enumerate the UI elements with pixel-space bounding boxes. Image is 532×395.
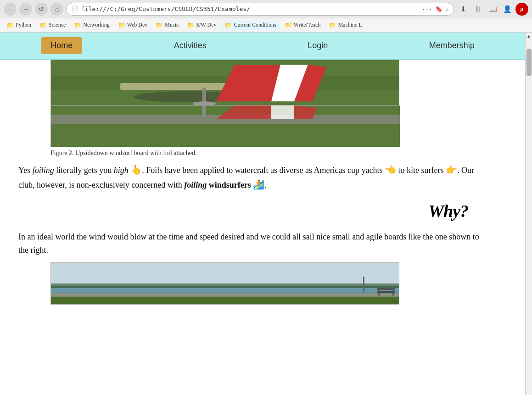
navigation-bar: Home Activities Login Membership <box>0 33 525 60</box>
text-foiling2-bold-italic: foiling <box>184 180 207 189</box>
text-yes: Yes <box>18 166 33 175</box>
profile-button[interactable]: 👤 <box>501 3 514 16</box>
svg-rect-25 <box>363 277 364 293</box>
scrollbar-thumb[interactable] <box>526 49 532 76</box>
text-period: . <box>264 180 267 189</box>
bookmark-label: Music <box>165 22 179 28</box>
main-content: Home Activities Login Membership <box>0 33 532 395</box>
bookmark-current-conditions[interactable]: 📁 Current Conditions <box>221 21 280 30</box>
reading-view-button[interactable]: 📖 <box>486 3 499 16</box>
page-area: Home Activities Login Membership <box>0 33 532 395</box>
reload-button[interactable]: ↺ <box>35 3 48 16</box>
svg-rect-21 <box>377 288 395 290</box>
bookmark-label: Write/Teach <box>294 22 321 28</box>
folder-icon: 📁 <box>329 22 336 29</box>
windsurf-svg-top <box>51 60 399 106</box>
folder-icon: 📁 <box>187 22 194 29</box>
text-high-italic: high <box>114 166 129 175</box>
scrollbar[interactable]: ▲ <box>525 33 532 395</box>
svg-rect-20 <box>51 294 399 295</box>
back-button[interactable]: ← <box>4 3 17 16</box>
text-windsurfers-bold: windsurfers <box>209 180 251 189</box>
scroll-up-arrow[interactable]: ▲ <box>526 33 532 39</box>
windsurf-svg-bottom <box>51 106 400 147</box>
nav-activities[interactable]: Activities <box>165 37 216 54</box>
folder-icon: 📁 <box>285 22 292 29</box>
bookmark-label: Python <box>16 22 31 28</box>
text-to-kite: to kite surfers <box>396 166 446 175</box>
bookmarks-bar: 📁 Python 📁 Science 📁 Networking 📁 Web De… <box>0 18 532 32</box>
bookmark-label: Science <box>49 22 66 28</box>
bookmark-icon[interactable]: 🔖 <box>435 6 442 12</box>
emoji-windsurfer: 🏄 <box>253 179 264 189</box>
bookmark-swdev[interactable]: 📁 S/W Dev <box>183 21 220 30</box>
bookmark-science[interactable]: 📁 Science <box>36 21 69 30</box>
text-foiling-italic: foiling <box>33 166 54 175</box>
svg-rect-15 <box>51 263 399 286</box>
home-button[interactable]: ⌂ <box>50 3 63 16</box>
bottom-image-container <box>50 262 496 305</box>
svg-rect-24 <box>392 290 394 295</box>
why-heading: Why? <box>9 201 468 221</box>
paragraph-foiling: Yes foiling literally gets you high 👆. F… <box>18 162 487 192</box>
bookmark-python[interactable]: 📁 Python <box>3 21 35 30</box>
nav-membership[interactable]: Membership <box>420 37 484 54</box>
nav-home[interactable]: Home <box>41 37 82 54</box>
windsurf-image-bottom <box>50 106 399 147</box>
page-icon: 📄 <box>71 6 78 12</box>
figure-caption: Figure 2. Upsidedown windsurf board with… <box>50 150 496 157</box>
folder-icon: 📁 <box>224 22 232 29</box>
figure2-container <box>50 60 399 147</box>
browser-chrome: ← → ↺ ⌂ 📄 file:///C:/Greg/Customers/CSUE… <box>0 0 532 33</box>
folder-icon: 📁 <box>39 22 47 29</box>
svg-rect-14 <box>202 106 206 117</box>
bookmark-networking[interactable]: 📁 Networking <box>70 21 113 30</box>
nav-activities-label: Activities <box>174 41 207 50</box>
nav-login-label: Login <box>308 41 328 50</box>
svg-rect-19 <box>51 284 399 288</box>
download-button[interactable]: ⬇ <box>457 3 470 16</box>
ublock-button[interactable]: µ <box>515 3 528 16</box>
folder-icon: 📁 <box>74 22 81 29</box>
folder-icon: 📁 <box>156 22 163 29</box>
nav-login[interactable]: Login <box>298 37 337 54</box>
url-dots: ··· <box>422 6 432 12</box>
windsurf-image-top <box>50 60 399 106</box>
svg-rect-7 <box>202 88 206 104</box>
text-literally: literally gets you <box>54 166 114 175</box>
svg-rect-23 <box>378 290 380 295</box>
library-button[interactable]: ||| <box>471 3 484 16</box>
emoji-point-up: 👆 <box>130 165 142 175</box>
svg-marker-12 <box>271 106 294 119</box>
forward-button[interactable]: → <box>19 3 32 16</box>
bookmark-music[interactable]: 📁 Music <box>152 21 182 30</box>
paragraph-ideal-world: In an ideal world the wind would blow at… <box>18 230 487 257</box>
bottom-windsurf-image <box>50 262 399 305</box>
emoji-yacht: 👈 <box>385 165 396 175</box>
bookmark-label: Machine L <box>338 22 362 28</box>
bookmark-label: Current Conditions <box>234 22 276 28</box>
bottom-img-svg <box>51 263 399 305</box>
nav-membership-label: Membership <box>429 41 475 50</box>
nav-home-label: Home <box>50 41 73 50</box>
emoji-kite: 👉 <box>446 165 457 175</box>
bookmark-label: Web Dev <box>127 22 148 28</box>
bookmark-label: Networking <box>83 22 109 28</box>
toolbar-icons: ⬇ ||| 📖 👤 µ <box>457 3 528 16</box>
bookmark-write-teach[interactable]: 📁 Write/Teach <box>281 21 325 30</box>
url-text: file:///C:/Greg/Customers/CSUEB/CS351/Ex… <box>81 6 419 12</box>
svg-rect-18 <box>51 297 399 305</box>
text-foils-applied: . Foils have been applied to watercraft … <box>142 166 385 175</box>
svg-rect-9 <box>51 106 400 147</box>
folder-icon: 📁 <box>6 22 14 29</box>
star-icon[interactable]: ☆ <box>445 6 449 12</box>
title-bar: ← → ↺ ⌂ 📄 file:///C:/Greg/Customers/CSUE… <box>0 0 532 18</box>
bookmark-webdev[interactable]: 📁 Web Dev <box>114 21 151 30</box>
article-content: Figure 2. Upsidedown windsurf board with… <box>0 60 505 305</box>
bookmark-machine-l[interactable]: 📁 Machine L <box>325 21 365 30</box>
bookmark-label: S/W Dev <box>196 22 216 28</box>
folder-icon: 📁 <box>118 22 125 29</box>
address-bar[interactable]: 📄 file:///C:/Greg/Customers/CSUEB/CS351/… <box>66 3 454 16</box>
